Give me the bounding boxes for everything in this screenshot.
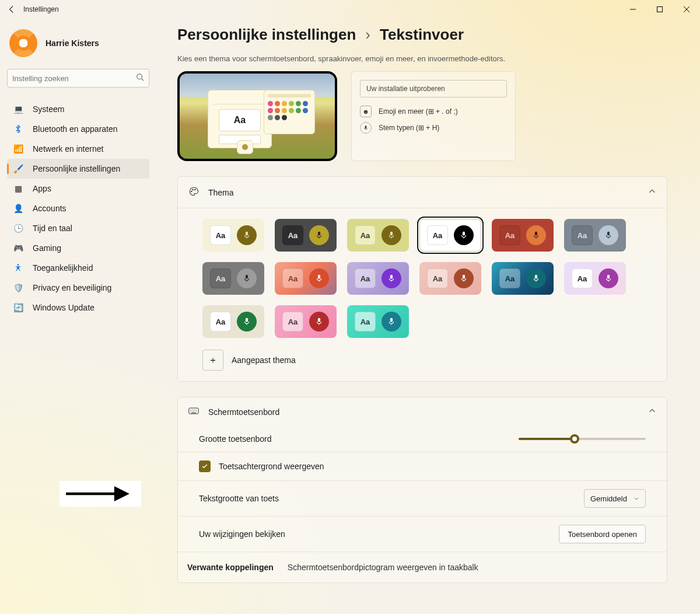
- theme-section-title: Thema: [208, 188, 234, 197]
- breadcrumb-page: Tekstinvoer: [380, 26, 464, 44]
- nav-icon: 🔄: [13, 302, 23, 313]
- svg-rect-8: [318, 232, 320, 236]
- emoji-icon: ☻: [360, 106, 372, 117]
- theme-aa: Aa: [427, 268, 448, 288]
- theme-tile-8[interactable]: Aa: [347, 262, 409, 295]
- sidebar: Harrie Kisters 💻SysteemBluetooth en appa…: [0, 19, 156, 614]
- sidebar-item-label: Bluetooth en apparaten: [33, 124, 118, 134]
- preview-aa: Aa: [219, 109, 261, 131]
- theme-aa: Aa: [572, 225, 593, 245]
- bluetooth-icon: [13, 124, 23, 134]
- svg-rect-21: [390, 318, 393, 322]
- sidebar-item-4[interactable]: ▦Apps: [7, 179, 149, 198]
- theme-tile-7[interactable]: Aa: [275, 262, 337, 295]
- page-subhead: Kies een thema voor schermtoetsenbord, s…: [177, 54, 667, 63]
- theme-section-header[interactable]: Thema: [178, 177, 667, 208]
- sidebar-item-5[interactable]: 👤Accounts: [7, 198, 149, 218]
- theme-tile-1[interactable]: Aa: [275, 219, 337, 252]
- theme-tile-11[interactable]: Aa: [564, 262, 626, 295]
- theme-tile-13[interactable]: Aa: [275, 305, 337, 338]
- svg-rect-9: [390, 232, 393, 236]
- related-links: Verwante koppelingen Schermtoetsenbordpi…: [178, 552, 667, 582]
- sidebar-item-7[interactable]: 🎮Gaming: [7, 238, 149, 258]
- sidebar-item-0[interactable]: 💻Systeem: [7, 99, 149, 119]
- theme-tile-10[interactable]: Aa: [492, 262, 554, 295]
- nav-icon: 👤: [13, 203, 23, 214]
- theme-mic-icon: [598, 268, 618, 288]
- maximize-button[interactable]: [646, 0, 673, 19]
- titlebar: Instellingen: [0, 0, 700, 19]
- chevron-down-icon: [634, 496, 639, 501]
- svg-point-4: [191, 191, 192, 192]
- theme-aa: Aa: [499, 225, 520, 245]
- sidebar-item-1[interactable]: Bluetooth en apparaten: [7, 119, 149, 139]
- sidebar-item-label: Tijd en taal: [33, 224, 72, 233]
- svg-rect-12: [607, 232, 610, 236]
- theme-aa: Aa: [210, 225, 231, 245]
- custom-theme-button[interactable]: ＋ Aangepast thema: [202, 350, 642, 371]
- theme-tile-12[interactable]: Aa: [202, 305, 264, 338]
- open-keyboard-button[interactable]: Toetsenbord openen: [559, 525, 646, 543]
- sidebar-item-label: Persoonlijke instellingen: [33, 164, 120, 173]
- nav-icon: ▦: [13, 183, 23, 194]
- theme-mic-icon: [309, 312, 329, 332]
- plus-icon: ＋: [202, 350, 223, 371]
- theme-aa: Aa: [572, 268, 593, 288]
- theme-tile-5[interactable]: Aa: [564, 219, 626, 252]
- sidebar-item-label: Windows Update: [33, 303, 94, 312]
- theme-tile-0[interactable]: Aa: [202, 219, 264, 252]
- chevron-up-icon: [648, 407, 656, 417]
- try-emoji-label: Emoji en meer (⊞ + . of ;): [379, 107, 458, 116]
- theme-mic-icon: [454, 268, 474, 288]
- close-button[interactable]: [673, 0, 700, 19]
- nav-icon: 🖌️: [13, 163, 23, 174]
- svg-rect-10: [463, 232, 465, 236]
- svg-rect-19: [246, 318, 248, 322]
- svg-rect-14: [318, 275, 320, 279]
- svg-rect-16: [463, 275, 465, 279]
- theme-mic-icon: [526, 268, 546, 288]
- search-input[interactable]: [12, 74, 136, 83]
- search-box[interactable]: [7, 69, 149, 88]
- profile[interactable]: Harrie Kisters: [7, 23, 149, 69]
- sidebar-item-8[interactable]: Toegankelijkheid: [7, 258, 149, 278]
- key-text-size-row: Tekstgrootte van toets Gemiddeld: [178, 480, 667, 516]
- svg-rect-3: [365, 125, 367, 128]
- keyboard-section-header[interactable]: Schermtoetsenbord: [178, 397, 667, 426]
- sidebar-item-3[interactable]: 🖌️Persoonlijke instellingen: [7, 159, 149, 179]
- back-button[interactable]: [0, 0, 23, 19]
- sidebar-item-9[interactable]: 🛡️Privacy en beveiliging: [7, 278, 149, 298]
- sidebar-item-6[interactable]: 🕒Tijd en taal: [7, 218, 149, 238]
- breadcrumb-category[interactable]: Persoonlijke instellingen: [177, 26, 356, 44]
- theme-mic-icon: [382, 225, 401, 245]
- sidebar-item-2[interactable]: 📶Netwerk en internet: [7, 139, 149, 159]
- svg-rect-11: [535, 232, 537, 236]
- sidebar-item-label: Apps: [33, 184, 51, 193]
- breadcrumb: Persoonlijke instellingen › Tekstinvoer: [177, 23, 667, 44]
- theme-aa: Aa: [427, 225, 448, 245]
- nav-icon: 💻: [13, 104, 23, 114]
- svg-point-1: [137, 74, 142, 79]
- theme-tile-9[interactable]: Aa: [419, 262, 481, 295]
- try-voice-label: Stem typen (⊞ + H): [379, 124, 439, 132]
- show-key-bg-checkbox[interactable]: [199, 461, 211, 472]
- try-input[interactable]: Uw installatie uitproberen: [360, 80, 507, 97]
- keyboard-section-title: Schermtoetsenbord: [208, 407, 279, 417]
- theme-tile-2[interactable]: Aa: [347, 219, 409, 252]
- key-text-size-select[interactable]: Gemiddeld: [584, 489, 646, 508]
- theme-aa: Aa: [210, 312, 231, 332]
- theme-tile-14[interactable]: Aa: [347, 305, 409, 338]
- theme-grid: AaAaAaAaAaAaAaAaAaAaAaAaAaAaAa: [202, 219, 642, 338]
- svg-rect-20: [318, 318, 320, 322]
- theme-tile-4[interactable]: Aa: [492, 219, 554, 252]
- theme-tile-6[interactable]: Aa: [202, 262, 264, 295]
- chevron-right-icon: ›: [365, 26, 370, 44]
- keyboard-section: Schermtoetsenbord Grootte toetsenbord To: [177, 397, 667, 583]
- svg-point-2: [18, 264, 19, 266]
- theme-mic-icon: [382, 268, 401, 288]
- keyboard-size-slider[interactable]: [519, 438, 646, 440]
- theme-tile-3[interactable]: Aa: [419, 219, 481, 252]
- sidebar-item-10[interactable]: 🔄Windows Update: [7, 298, 149, 318]
- minimize-button[interactable]: [620, 0, 646, 19]
- related-link[interactable]: Schermtoetsenbordpictogram weergeven in …: [288, 563, 478, 572]
